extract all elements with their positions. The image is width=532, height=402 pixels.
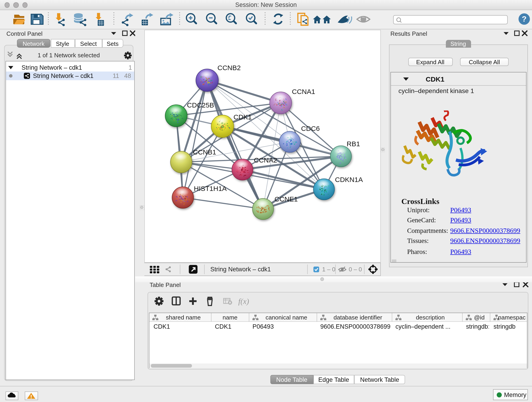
svg-text:String Network – cdk1: String Network – cdk1 xyxy=(210,266,271,273)
svg-text:@id: @id xyxy=(474,314,485,321)
svg-text:P06493: P06493 xyxy=(252,323,273,330)
svg-text:database identifier: database identifier xyxy=(333,314,382,321)
svg-text:11: 11 xyxy=(113,72,119,79)
svg-text:description: description xyxy=(416,314,444,321)
svg-text:CDK1: CDK1 xyxy=(233,113,252,121)
svg-text:HIST1H1A: HIST1H1A xyxy=(194,185,226,192)
svg-text:RB1: RB1 xyxy=(346,140,360,148)
svg-text:String Network – cdk1: String Network – cdk1 xyxy=(33,72,94,79)
svg-text:CDK1: CDK1 xyxy=(215,323,231,330)
svg-text:f(x): f(x) xyxy=(238,297,249,306)
svg-text:stringdb: stringdb xyxy=(493,323,515,330)
svg-text:CCNA2: CCNA2 xyxy=(254,156,277,164)
svg-text:1: 1 xyxy=(128,64,132,71)
svg-text:shared name: shared name xyxy=(166,314,201,321)
svg-text:String Network – cdk1: String Network – cdk1 xyxy=(22,64,82,71)
svg-text:cyclin–dependent ...: cyclin–dependent ... xyxy=(395,323,450,330)
svg-text:CDC25B: CDC25B xyxy=(187,101,214,109)
svg-text:canonical name: canonical name xyxy=(265,314,307,321)
svg-text:CDC6: CDC6 xyxy=(301,125,320,132)
svg-text:48: 48 xyxy=(124,72,131,79)
svg-text:CDK1: CDK1 xyxy=(153,323,170,330)
svg-text:namespac: namespac xyxy=(498,314,525,321)
svg-text:CCNE1: CCNE1 xyxy=(274,195,298,203)
svg-text:1 – 0: 1 – 0 xyxy=(322,266,335,273)
svg-text:CCNB1: CCNB1 xyxy=(193,148,216,156)
svg-text:CCNB2: CCNB2 xyxy=(217,64,241,71)
svg-text:CCNA1: CCNA1 xyxy=(292,88,315,95)
svg-text:CDKN1A: CDKN1A xyxy=(335,176,363,183)
svg-text:9606.ENSP00000378699: 9606.ENSP00000378699 xyxy=(320,323,390,330)
svg-text:name: name xyxy=(222,314,237,321)
svg-text:0 – 0: 0 – 0 xyxy=(348,266,362,273)
